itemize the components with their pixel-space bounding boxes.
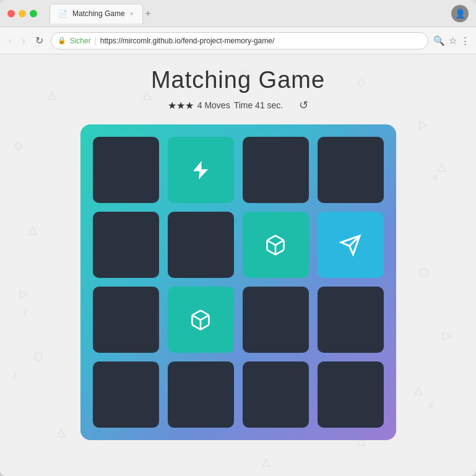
bookmark-icon[interactable]: ☆ (449, 35, 457, 46)
tab-page-icon: 📄 (59, 10, 67, 18)
bg-shape: △ (262, 455, 270, 469)
game-board (80, 124, 396, 440)
bg-shape: ▷ (419, 118, 428, 131)
card-11[interactable] (318, 287, 384, 353)
card-2[interactable] (243, 137, 309, 203)
browser-tab[interactable]: 📄 Matching Game × (50, 4, 143, 24)
game-title: Matching Game (151, 67, 325, 93)
cube-icon (264, 234, 287, 256)
time-display: Time 41 sec. (234, 100, 283, 110)
bg-shape: ⬡ (419, 266, 429, 279)
card-13[interactable] (168, 361, 234, 428)
card-15[interactable] (318, 361, 384, 428)
card-0[interactable] (93, 137, 159, 203)
bg-shape: △ (143, 88, 152, 102)
bolt-icon (189, 159, 212, 181)
page-content: △ ◇ ▷ △ ⬡ ▷ △ △ △ △ ⬡ ▷ △ ◇ △ △ 4 3 / / … (0, 54, 476, 476)
profile-icon: 👤 (455, 9, 465, 19)
bg-shape: △ (57, 425, 66, 439)
stars-display: ★★★ (168, 100, 194, 111)
profile-button[interactable]: 👤 (451, 5, 469, 22)
menu-icon[interactable]: ⋮ (461, 35, 470, 46)
card-10[interactable] (243, 287, 309, 353)
back-button[interactable]: ‹ (6, 33, 14, 49)
refresh-button[interactable]: ↻ (33, 32, 46, 49)
secure-label: Sicher (70, 37, 91, 45)
bg-shape: △ (414, 383, 423, 397)
card-6[interactable] (243, 212, 309, 278)
restart-button[interactable]: ↺ (299, 98, 308, 112)
tab-title: Matching Game (72, 9, 125, 18)
bg-shape: △ (28, 223, 37, 236)
bg-shape: ◇ (357, 76, 366, 89)
new-tab-button[interactable]: + (145, 8, 151, 19)
bg-shape: / (24, 308, 26, 317)
title-bar: 📄 Matching Game × + 👤 (0, 0, 476, 27)
card-3[interactable] (318, 137, 384, 203)
card-4[interactable] (93, 212, 159, 278)
card-9[interactable] (168, 287, 234, 353)
send-icon (339, 234, 361, 256)
lock-icon: 🔒 (58, 37, 66, 45)
browser-frame: 📄 Matching Game × + 👤 ‹ › ↻ 🔒 Sicher | h… (0, 0, 476, 476)
bg-shape: △ (438, 160, 446, 173)
bg-shape: / (14, 371, 17, 380)
nav-bar: ‹ › ↻ 🔒 Sicher | https://mircomlr.github… (0, 27, 476, 54)
game-board-container (76, 119, 401, 445)
nav-actions: 🔍 ☆ ⋮ (433, 35, 470, 46)
close-window-button[interactable] (7, 10, 15, 17)
bg-shape: ▷ (19, 287, 28, 300)
separator: | (95, 37, 97, 45)
game-stats: ★★★ 4 Moves Time 41 sec. ↺ (151, 98, 325, 112)
tab-bar: 📄 Matching Game × + (50, 4, 446, 24)
card-8[interactable] (93, 287, 159, 353)
url-text: https://mircomlr.github.io/fend-project-… (100, 37, 274, 45)
bg-shape: ▷ (443, 329, 451, 342)
moves-display: 4 Moves (197, 100, 230, 110)
address-bar[interactable]: 🔒 Sicher | https://mircomlr.github.io/fe… (51, 32, 428, 50)
traffic-lights (7, 10, 37, 17)
card-7[interactable] (318, 212, 384, 278)
card-14[interactable] (243, 361, 309, 428)
game-header: Matching Game ★★★ 4 Moves Time 41 sec. ↺ (151, 54, 325, 119)
card-5[interactable] (168, 212, 234, 278)
maximize-window-button[interactable] (30, 10, 37, 17)
minimize-window-button[interactable] (19, 10, 26, 17)
bg-shape: 3 (428, 400, 433, 409)
bg-shape: 4 (433, 173, 438, 182)
forward-button[interactable]: › (19, 33, 27, 49)
card-12[interactable] (93, 361, 159, 428)
card-1[interactable] (168, 137, 234, 203)
cube-icon-2 (189, 309, 212, 331)
tab-close-button[interactable]: × (130, 11, 134, 17)
bg-shape: ⬡ (33, 350, 43, 363)
bg-shape: ◇ (14, 139, 23, 152)
bg-shape: △ (48, 88, 56, 102)
search-icon[interactable]: 🔍 (433, 35, 445, 46)
